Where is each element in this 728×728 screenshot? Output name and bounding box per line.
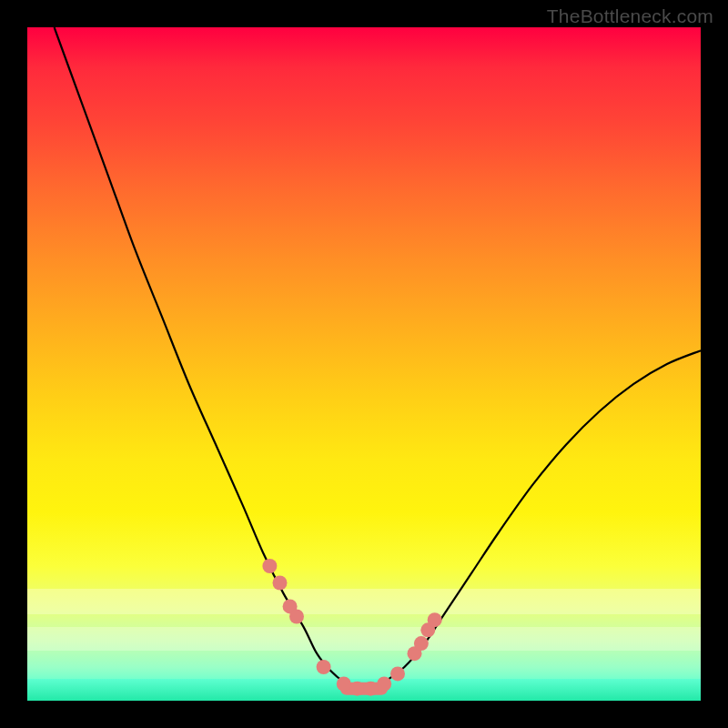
watermark-text: TheBottleneck.com [547, 5, 713, 27]
bottleneck-curve [55, 27, 701, 690]
curve-marker [289, 610, 304, 624]
curve-marker [428, 612, 442, 627]
curve-layer [27, 27, 701, 701]
curve-marker [377, 677, 391, 692]
plot-area [27, 27, 701, 701]
curve-marker [350, 682, 365, 696]
curve-marker [390, 666, 405, 681]
chart-frame: TheBottleneck.com [0, 0, 728, 728]
curve-marker [262, 559, 277, 573]
curve-marker [414, 636, 429, 651]
curve-marker [317, 660, 331, 674]
curve-marker [273, 576, 288, 591]
curve-marker [337, 677, 351, 692]
marker-group [262, 559, 441, 696]
curve-marker [363, 682, 378, 696]
